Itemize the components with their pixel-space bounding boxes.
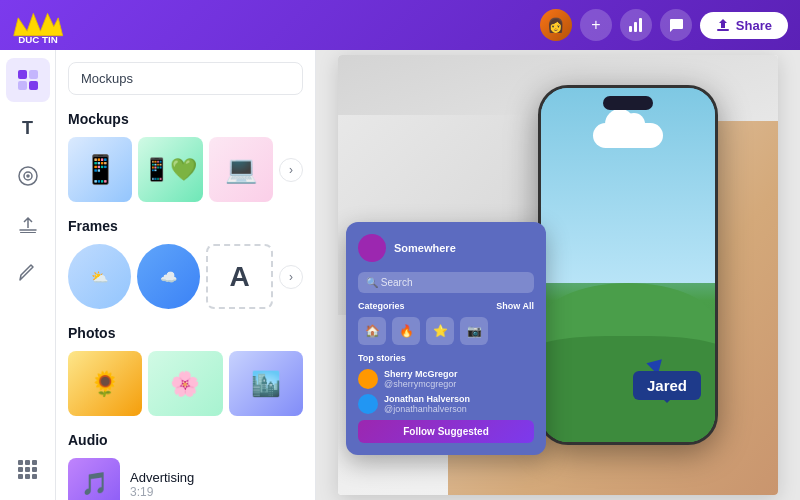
svg-rect-9: [29, 81, 38, 90]
avatar[interactable]: 👩: [540, 9, 572, 41]
jared-tooltip: Jared: [633, 371, 701, 400]
search-input[interactable]: [68, 62, 303, 95]
photos-row: 🌻 🌸 🏙️: [68, 351, 303, 416]
popup-icon-4[interactable]: 📷: [460, 317, 488, 345]
svg-rect-20: [18, 474, 23, 479]
audio-section-title: Audio: [68, 432, 303, 448]
audio-item-1[interactable]: 🎵 Advertising 3:19: [68, 458, 303, 500]
mockup-thumb-2[interactable]: 📱💚: [138, 137, 202, 202]
mockups-row: 📱 📱💚 💻 ›: [68, 137, 303, 202]
popup-icon-1[interactable]: 🏠: [358, 317, 386, 345]
svg-rect-3: [634, 22, 637, 32]
main-layout: T: [0, 50, 800, 500]
popup-icon-row: 🏠 🔥 ⭐ 📷: [358, 317, 534, 345]
frames-chevron[interactable]: ›: [279, 265, 303, 289]
frames-section-title: Frames: [68, 218, 303, 234]
popup-top-stories: Top stories: [358, 353, 534, 363]
svg-rect-18: [25, 467, 30, 472]
popup-user-avatar-1: [358, 369, 378, 389]
mockup-thumb-1[interactable]: 📱: [68, 137, 132, 202]
svg-rect-16: [32, 460, 37, 465]
frame-thumb-2[interactable]: ☁️: [137, 244, 200, 309]
svg-rect-21: [25, 474, 30, 479]
toolbar-elements[interactable]: [6, 58, 50, 102]
header-left: DUC TIN GROUP: [12, 7, 92, 43]
svg-rect-19: [32, 467, 37, 472]
share-button[interactable]: Share: [700, 12, 788, 39]
toolbar-apps[interactable]: [6, 448, 50, 492]
popup-user2-name: Jonathan Halverson: [384, 394, 470, 404]
photo-thumb-1[interactable]: 🌻: [68, 351, 142, 416]
phone-notch: [603, 96, 653, 110]
popup-header-name: Somewhere: [394, 242, 456, 254]
mockup-thumb-3[interactable]: 💻: [209, 137, 273, 202]
cloud: [593, 123, 663, 148]
canva-logo: DUC TIN GROUP: [12, 7, 92, 43]
popup-user1-name: Sherry McGregor: [384, 369, 458, 379]
canvas-content: Somewhere 🔍 Search Categories Show All 🏠…: [338, 55, 778, 495]
messages-button[interactable]: [660, 9, 692, 41]
header-right: 👩 + Share: [540, 9, 788, 41]
left-toolbar: T: [0, 50, 56, 500]
popup-footer-btn[interactable]: Follow Suggested: [358, 420, 534, 443]
canvas-area[interactable]: Somewhere 🔍 Search Categories Show All 🏠…: [316, 50, 800, 500]
popup-search[interactable]: 🔍 Search: [358, 272, 534, 293]
photo-thumb-3[interactable]: 🏙️: [229, 351, 303, 416]
frames-row: ⛅ ☁️ A ›: [68, 244, 303, 309]
header: DUC TIN GROUP 👩 +: [0, 0, 800, 50]
sidebar-panel: Mockups 📱 📱💚 💻 › Frames ⛅ ☁️ A: [56, 50, 316, 500]
svg-rect-17: [18, 467, 23, 472]
frame-thumb-3[interactable]: A: [206, 244, 273, 309]
svg-rect-5: [717, 29, 729, 31]
mockups-section-title: Mockups: [68, 111, 303, 127]
popup-header: Somewhere: [358, 234, 534, 262]
share-label: Share: [736, 18, 772, 33]
popup-overlay[interactable]: Somewhere 🔍 Search Categories Show All 🏠…: [346, 222, 546, 455]
svg-text:DUC TIN: DUC TIN: [18, 34, 58, 43]
toolbar-brand[interactable]: [6, 154, 50, 198]
popup-user-1[interactable]: Sherry McGregor @sherrymcgregor: [358, 369, 534, 389]
toolbar-uploads[interactable]: [6, 202, 50, 246]
audio-title-1: Advertising: [130, 470, 194, 485]
svg-rect-2: [629, 26, 632, 32]
svg-rect-8: [18, 81, 27, 90]
svg-rect-6: [18, 70, 27, 79]
svg-rect-7: [29, 70, 38, 79]
toolbar-draw[interactable]: [6, 250, 50, 294]
svg-rect-14: [18, 460, 23, 465]
audio-duration-1: 3:19: [130, 485, 194, 499]
svg-rect-13: [20, 232, 36, 233]
photo-thumb-2[interactable]: 🌸: [148, 351, 222, 416]
stats-button[interactable]: [620, 9, 652, 41]
photos-section-title: Photos: [68, 325, 303, 341]
audio-thumb-1: 🎵: [68, 458, 120, 500]
svg-point-12: [27, 175, 29, 177]
svg-rect-22: [32, 474, 37, 479]
toolbar-text[interactable]: T: [6, 106, 50, 150]
popup-categories: Categories Show All: [358, 301, 534, 311]
svg-rect-15: [25, 460, 30, 465]
frame-thumb-1[interactable]: ⛅: [68, 244, 131, 309]
popup-avatar: [358, 234, 386, 262]
mockups-chevron[interactable]: ›: [279, 158, 303, 182]
popup-icon-3[interactable]: ⭐: [426, 317, 454, 345]
svg-rect-4: [639, 18, 642, 32]
add-button[interactable]: +: [580, 9, 612, 41]
popup-user1-sub: @sherrymcgregor: [384, 379, 458, 389]
popup-user-2[interactable]: Jonathan Halverson @jonathanhalverson: [358, 394, 534, 414]
popup-user2-sub: @jonathanhalverson: [384, 404, 470, 414]
popup-user-avatar-2: [358, 394, 378, 414]
popup-icon-2[interactable]: 🔥: [392, 317, 420, 345]
